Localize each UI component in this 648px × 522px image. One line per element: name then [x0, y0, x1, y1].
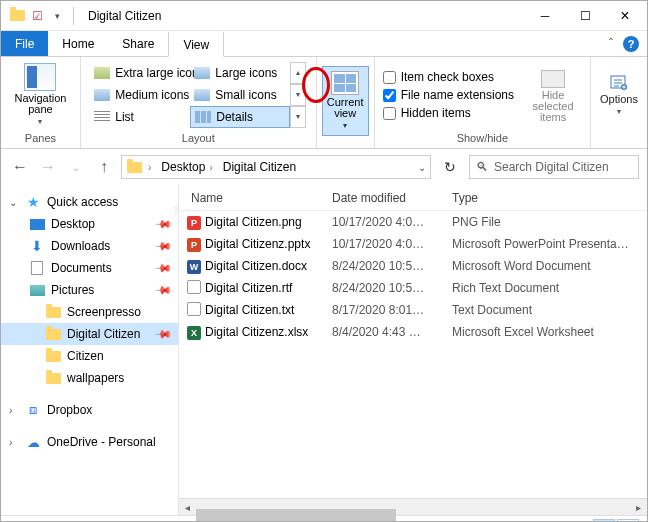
- header-date[interactable]: Date modified: [324, 191, 444, 205]
- gallery-more[interactable]: ▾: [290, 106, 306, 128]
- sidebar-item-documents[interactable]: Documents📌: [1, 257, 178, 279]
- tab-home[interactable]: Home: [48, 31, 108, 56]
- file-type: PNG File: [452, 215, 647, 229]
- header-name[interactable]: Name: [179, 191, 324, 205]
- file-row[interactable]: Digital Citizen.rtf8/24/2020 10:5…Rich T…: [179, 277, 647, 299]
- collapse-ribbon-icon[interactable]: ˆ: [609, 37, 613, 51]
- file-name: Digital Citizenz.pptx: [205, 237, 332, 251]
- file-row[interactable]: PDigital Citizenz.pptx10/17/2020 4:0…Mic…: [179, 233, 647, 255]
- layout-large[interactable]: Large icons: [190, 62, 290, 84]
- tab-view[interactable]: View: [168, 31, 224, 57]
- tab-share[interactable]: Share: [108, 31, 168, 56]
- gallery-scroll-up[interactable]: ▴: [290, 62, 306, 84]
- layout-extra-large[interactable]: Extra large icons: [90, 62, 190, 84]
- layout-list[interactable]: List: [90, 106, 190, 128]
- qat-dropdown-icon[interactable]: ▾: [49, 8, 65, 24]
- sidebar-item-downloads[interactable]: ⬇Downloads📌: [1, 235, 178, 257]
- layout-details[interactable]: Details: [190, 106, 290, 128]
- crumb-desktop[interactable]: Desktop›: [157, 160, 216, 174]
- search-icon: 🔍︎: [476, 160, 488, 174]
- scroll-left-icon[interactable]: ◂: [179, 502, 196, 513]
- pin-icon: 📌: [153, 324, 172, 343]
- forward-button[interactable]: →: [37, 156, 59, 178]
- file-type-icon: [187, 302, 201, 316]
- tab-file[interactable]: File: [1, 31, 48, 56]
- folder-icon: [45, 348, 61, 364]
- sidebar-item-screenpresso[interactable]: Screenpresso: [1, 301, 178, 323]
- sidebar-item-digital-citizen[interactable]: Digital Citizen📌: [1, 323, 178, 345]
- qat-properties-icon[interactable]: ☑: [29, 8, 45, 24]
- file-name-extensions-checkbox[interactable]: File name extensions: [383, 88, 514, 102]
- file-type: Microsoft Excel Worksheet: [452, 325, 647, 339]
- scroll-right-icon[interactable]: ▸: [630, 502, 647, 513]
- file-date: 10/17/2020 4:0…: [332, 237, 452, 251]
- large-icon: [194, 67, 210, 79]
- navigation-pane-button[interactable]: Navigation pane ▾: [8, 63, 72, 126]
- view-details-button[interactable]: [593, 519, 615, 523]
- list-icon: [94, 111, 110, 123]
- layout-gallery[interactable]: Extra large icons Large icons ▴ ▾ ▾ Medi…: [90, 62, 306, 128]
- hidden-items-checkbox[interactable]: Hidden items: [383, 106, 514, 120]
- chevron-down-icon: ▾: [38, 117, 42, 126]
- ribbon: Navigation pane ▾ Panes Extra large icon…: [1, 57, 647, 149]
- up-button[interactable]: ↑: [93, 156, 115, 178]
- search-box[interactable]: 🔍︎ Search Digital Citizen: [469, 155, 639, 179]
- window-title: Digital Citizen: [82, 9, 161, 23]
- file-row[interactable]: PDigital Citizen.png10/17/2020 4:0…PNG F…: [179, 211, 647, 233]
- file-type: Text Document: [452, 303, 647, 317]
- sidebar-item-wallpapers[interactable]: wallpapers: [1, 367, 178, 389]
- file-row[interactable]: XDigital Citizenz.xlsx8/4/2020 4:43 …Mic…: [179, 321, 647, 343]
- folder-icon: [45, 304, 61, 320]
- splitter-grip[interactable]: ⋮: [172, 189, 178, 229]
- group-panes-label: Panes: [25, 130, 56, 146]
- minimize-button[interactable]: ─: [525, 2, 565, 30]
- header-type[interactable]: Type: [444, 191, 647, 205]
- item-check-boxes-checkbox[interactable]: Item check boxes: [383, 70, 514, 84]
- file-name: Digital Citizen.docx: [205, 259, 332, 273]
- content-area: ⋮ ⌄★Quick access Desktop📌 ⬇Downloads📌 Do…: [1, 185, 647, 515]
- recent-dropdown[interactable]: ⌄: [65, 156, 87, 178]
- extra-large-icon: [94, 67, 110, 79]
- navigation-pane-icon: [24, 63, 56, 91]
- gallery-scroll-down[interactable]: ▾: [290, 84, 306, 106]
- file-row[interactable]: Digital Citizen.txt8/17/2020 8:01…Text D…: [179, 299, 647, 321]
- onedrive-node[interactable]: ›☁OneDrive - Personal: [1, 431, 178, 453]
- folder-icon: [45, 370, 61, 386]
- file-row[interactable]: WDigital Citizen.docx8/24/2020 10:5…Micr…: [179, 255, 647, 277]
- file-type: Microsoft PowerPoint Presenta…: [452, 237, 647, 251]
- maximize-button[interactable]: ☐: [565, 2, 605, 30]
- current-view-icon: [331, 71, 359, 95]
- crumb-current[interactable]: Digital Citizen: [219, 160, 300, 174]
- dropbox-node[interactable]: ›⧈Dropbox: [1, 399, 178, 421]
- back-button[interactable]: ←: [9, 156, 31, 178]
- sidebar-item-desktop[interactable]: Desktop📌: [1, 213, 178, 235]
- star-icon: ★: [25, 194, 41, 210]
- view-large-button[interactable]: [617, 519, 639, 523]
- options-icon: [609, 74, 629, 92]
- chevron-right-icon[interactable]: ›: [148, 162, 151, 173]
- file-rows[interactable]: PDigital Citizen.png10/17/2020 4:0…PNG F…: [179, 211, 647, 343]
- group-showhide-label: Show/hide: [457, 130, 508, 146]
- file-type-icon: P: [187, 216, 201, 230]
- breadcrumb-box[interactable]: › Desktop› Digital Citizen ⌄: [121, 155, 431, 179]
- sidebar-item-pictures[interactable]: Pictures📌: [1, 279, 178, 301]
- layout-small[interactable]: Small icons: [190, 84, 290, 106]
- help-icon[interactable]: ?: [623, 36, 639, 52]
- navigation-pane[interactable]: ⋮ ⌄★Quick access Desktop📌 ⬇Downloads📌 Do…: [1, 185, 179, 515]
- close-button[interactable]: ×: [605, 2, 645, 30]
- options-button[interactable]: Options ▾: [600, 74, 638, 116]
- file-type: Microsoft Word Document: [452, 259, 647, 273]
- file-type: Rich Text Document: [452, 281, 647, 295]
- folder-icon: [45, 326, 61, 342]
- layout-medium[interactable]: Medium icons: [90, 84, 190, 106]
- horizontal-scrollbar[interactable]: ◂ ▸: [179, 498, 647, 515]
- sidebar-item-citizen[interactable]: Citizen: [1, 345, 178, 367]
- address-dropdown-icon[interactable]: ⌄: [418, 162, 426, 173]
- refresh-button[interactable]: ↻: [437, 155, 463, 179]
- quick-access-node[interactable]: ⌄★Quick access: [1, 191, 178, 213]
- scroll-thumb[interactable]: [196, 509, 396, 522]
- column-headers[interactable]: Name Date modified Type: [179, 185, 647, 211]
- dropbox-icon: ⧈: [25, 402, 41, 418]
- current-view-button[interactable]: Current view ▾: [322, 66, 369, 136]
- caret-right-icon: ›: [9, 437, 19, 448]
